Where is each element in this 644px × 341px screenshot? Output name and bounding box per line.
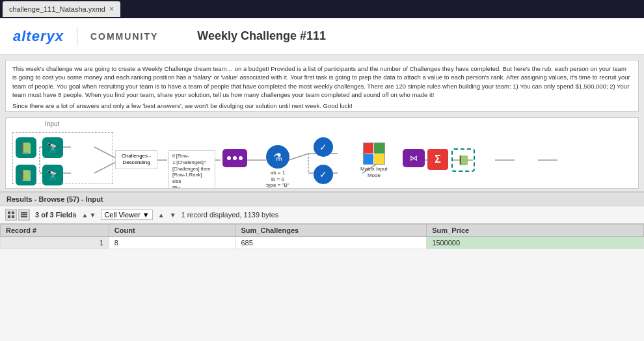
tool-formula[interactable]: if [Row-1:[Challenges]=[Challenges] then… <box>168 150 215 189</box>
grid-view-icon[interactable] <box>5 209 17 221</box>
dropdown-arrow-icon: ▼ <box>142 211 150 219</box>
nav-down-icon[interactable]: ▼ <box>170 211 176 219</box>
results-panel: Results - Browse (57) - Input <box>0 191 644 341</box>
table-row: 1 8 685 1500000 <box>1 237 644 249</box>
results-table-container: Record # Count Sum_Challenges Sum_Price … <box>0 224 644 249</box>
svg-rect-21 <box>12 211 14 214</box>
tool-book-bottom[interactable]: 📗 <box>16 165 36 185</box>
tab-close-button[interactable]: × <box>109 5 114 14</box>
alteryx-logo: alteryx <box>13 28 64 45</box>
cell-count: 8 <box>109 237 235 249</box>
tool-binoculars-top[interactable]: 🔭 <box>42 137 63 158</box>
browse-icon: 📗 <box>458 155 469 165</box>
sigma-icon: Σ <box>435 154 441 165</box>
cell-sum-price: 1500000 <box>427 237 644 249</box>
check-top-icon: ✓ <box>319 142 327 152</box>
results-header-label: Results - Browse (57) - Input <box>7 195 103 203</box>
svg-rect-26 <box>21 216 27 217</box>
input-label: Input <box>45 120 59 128</box>
book-bottom-icon: 📗 <box>20 169 33 182</box>
description-note1: Since there are a lot of answers and onl… <box>12 102 632 110</box>
tool-book-top[interactable]: 📗 <box>16 137 36 158</box>
svg-rect-23 <box>12 215 14 218</box>
community-label: COMMUNITY <box>90 31 158 42</box>
joiner-icon: ⋈ <box>410 154 418 163</box>
cell-record-num: 1 <box>1 237 109 249</box>
active-tab[interactable]: challenge_111_Natasha.yxmd × <box>3 1 120 17</box>
results-table: Record # Count Sum_Challenges Sum_Price … <box>0 224 644 249</box>
results-toolbar: 3 of 3 Fields ▲ ▼ Cell Viewer ▼ ▲ ▼ 1 re… <box>0 206 644 224</box>
results-header: Results - Browse (57) - Input <box>0 193 644 206</box>
matrix-label: Matrix InputMode <box>360 166 388 178</box>
record-info: 1 record displayed, 1139 bytes <box>181 211 279 219</box>
table-header-row: Record # Count Sum_Challenges Sum_Price <box>1 225 644 237</box>
header-divider <box>77 27 77 46</box>
app-header: alteryx COMMUNITY Weekly Challenge #111 <box>0 18 644 55</box>
sort-label: Challenges - <box>119 153 154 159</box>
book-top-icon: 📗 <box>20 142 33 154</box>
fields-count: 3 of 3 Fields <box>35 211 77 219</box>
flask-label: ab = 1lb = 0type = "B" <box>266 170 289 189</box>
svg-rect-20 <box>8 211 10 214</box>
workflow-canvas: Input 📗 🔭 📗 <box>5 117 639 189</box>
cell-viewer-dropdown[interactable]: Cell Viewer ▼ <box>101 210 152 220</box>
sort-icons: ▲ ▼ <box>82 211 96 219</box>
col-header-record: Record # <box>1 225 109 237</box>
tool-check-top[interactable]: ✓ <box>314 137 333 157</box>
col-header-count: Count <box>109 225 235 237</box>
main-content: alteryx COMMUNITY Weekly Challenge #111 … <box>0 18 644 341</box>
tool-browse-output[interactable]: 📗 <box>451 148 475 172</box>
canvas-area: This week's challenge we are going to cr… <box>0 55 644 191</box>
cell-sum-challenges: 685 <box>235 237 427 249</box>
description-main: This week's challenge we are going to cr… <box>12 64 632 99</box>
sort-label2: Descending <box>119 159 154 166</box>
list-view-icon[interactable] <box>18 209 30 221</box>
tool-joiner[interactable]: ⋈ <box>403 149 425 167</box>
cell-viewer-label: Cell Viewer <box>104 211 140 219</box>
svg-line-8 <box>289 154 308 160</box>
tool-summarize[interactable]: Σ <box>427 149 448 170</box>
flask-icon: ⚗ <box>273 151 282 163</box>
formula-text: if [Row-1:[Challenges]=[Challenges] then… <box>172 153 211 189</box>
tool-flask[interactable]: ⚗ ab = 1lb = 0type = "B" <box>266 145 289 189</box>
view-icons <box>5 209 30 221</box>
nav-up-icon[interactable]: ▲ <box>158 211 165 219</box>
svg-rect-25 <box>21 214 27 215</box>
svg-rect-22 <box>8 215 10 218</box>
tab-bar: challenge_111_Natasha.yxmd × <box>0 0 644 18</box>
svg-rect-24 <box>21 212 27 213</box>
workflow-inner: Input 📗 🔭 📗 <box>6 118 638 188</box>
tool-binoculars-bottom[interactable]: 🔭 <box>42 165 63 185</box>
tool-purple-dots[interactable] <box>222 149 247 167</box>
check-bottom-icon: ✓ <box>319 169 327 180</box>
binoculars-top-icon: 🔭 <box>46 142 59 154</box>
sort-up-icon[interactable]: ▲ <box>82 211 88 219</box>
binoculars-bottom-icon: 🔭 <box>46 169 59 182</box>
tab-label: challenge_111_Natasha.yxmd <box>9 5 105 13</box>
sort-down-icon[interactable]: ▼ <box>89 211 96 219</box>
tool-sort[interactable]: Challenges - Descending <box>115 150 157 169</box>
description-box: This week's challenge we are going to cr… <box>5 60 639 112</box>
challenge-title: Weekly Challenge #111 <box>197 29 326 43</box>
col-header-sum-challenges: Sum_Challenges <box>235 225 427 237</box>
col-header-sum-price: Sum_Price <box>427 225 644 237</box>
tool-matrix[interactable]: Matrix InputMode <box>360 143 388 178</box>
tool-check-bottom[interactable]: ✓ <box>314 165 333 184</box>
